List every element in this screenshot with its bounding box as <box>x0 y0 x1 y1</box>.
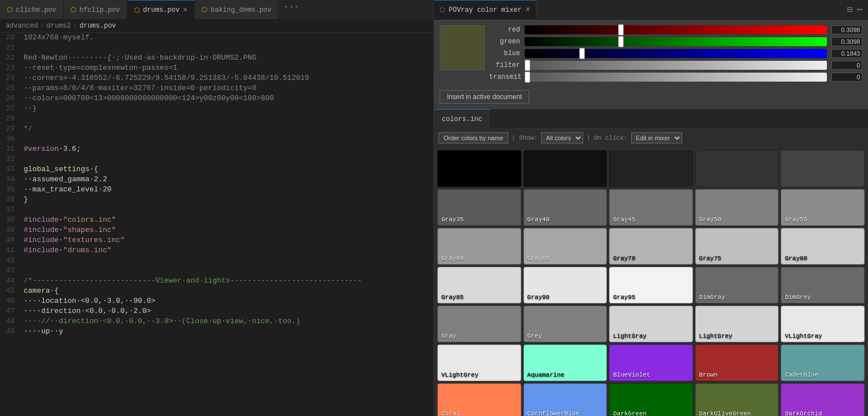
color-swatch[interactable]: Gray55 <box>781 189 865 226</box>
code-line: 35 ··max_trace_level·20 <box>0 185 433 195</box>
color-swatch[interactable]: VLightGrey <box>437 345 521 381</box>
green-slider-thumb[interactable] <box>618 36 624 47</box>
code-line: 49 ····up··y <box>0 326 433 337</box>
transmit-slider-row: transmit <box>489 73 862 82</box>
color-swatch[interactable]: Gray60 <box>437 228 521 265</box>
color-swatch[interactable]: LightGrey <box>695 306 779 342</box>
blue-value-input[interactable] <box>831 49 862 58</box>
code-line: 33 global_settings·{ <box>0 164 433 175</box>
right-panel-close[interactable]: × <box>525 5 531 15</box>
file-icon-baking: ⬡ <box>202 6 207 14</box>
panel-more-icon[interactable]: ⋯ <box>857 4 862 15</box>
color-swatch[interactable]: Brown <box>695 345 779 381</box>
tabs-overflow-button[interactable]: ... <box>279 0 304 19</box>
color-swatch[interactable]: Gray70 <box>609 228 693 265</box>
code-line: 45 camera·{ <box>0 286 433 296</box>
file-icon-drums: ⬡ <box>134 6 140 15</box>
colors-tab-bar: colors.inc <box>434 109 868 129</box>
split-editor-icon[interactable]: ⊟ <box>847 4 853 15</box>
code-line: 31 #version·3.6; <box>0 144 433 154</box>
code-line: 37 <box>0 205 433 215</box>
colors-inc-tab[interactable]: colors.inc <box>434 109 491 129</box>
show-select[interactable]: All colors Named Custom <box>541 132 583 144</box>
transmit-slider-track[interactable] <box>525 73 827 82</box>
color-swatch[interactable]: Gray <box>437 306 521 342</box>
color-swatch[interactable] <box>781 150 865 187</box>
green-slider-track[interactable] <box>525 37 827 46</box>
color-swatch[interactable]: CornflowerBlue <box>524 383 607 416</box>
onclick-select[interactable]: Edit in mixer Insert Copy name <box>631 132 682 144</box>
transmit-value-input[interactable] <box>831 73 862 82</box>
code-line: 20 1024x768·myself. <box>0 33 433 43</box>
tab-baking[interactable]: ⬡ baking_demo.pov <box>195 0 279 19</box>
color-swatch[interactable]: Coral <box>437 383 521 416</box>
code-line: 38 #include·"colors.inc" <box>0 215 433 225</box>
file-icon: ⬡ <box>7 6 12 14</box>
code-line: 32 <box>0 154 433 164</box>
color-swatch[interactable]: LightGray <box>609 306 693 342</box>
blue-slider-track[interactable] <box>525 49 827 58</box>
color-swatch[interactable] <box>437 150 521 187</box>
filter-slider-track[interactable] <box>525 61 827 70</box>
color-swatch[interactable]: DarkOliveGreen <box>695 383 779 416</box>
color-swatch[interactable]: Gray75 <box>695 228 779 265</box>
code-editor[interactable]: 20 1024x768·myself. 21 22 Red·Newton····… <box>0 33 433 416</box>
tab-drums[interactable]: ⬡ drums.pov × <box>127 0 195 19</box>
green-label: green <box>489 38 520 46</box>
color-swatch[interactable]: DimGray <box>695 267 779 303</box>
povray-icon: ⬡ <box>440 6 445 14</box>
code-line: 24 ··corners=-4.316552/-6.725229/9.54158… <box>0 73 433 83</box>
color-preview <box>440 25 485 70</box>
color-swatch[interactable]: DarkOrchid <box>781 383 865 416</box>
blue-slider-thumb[interactable] <box>579 48 585 59</box>
color-swatch[interactable]: Gray80 <box>781 228 865 265</box>
red-label: red <box>489 26 520 34</box>
code-line: 46 ····location·<0.0,·3.0,·-90.0> <box>0 296 433 306</box>
color-swatch[interactable]: Gray65 <box>524 228 607 265</box>
filter-value-input[interactable] <box>831 61 862 70</box>
transmit-slider-thumb[interactable] <box>525 71 530 83</box>
color-swatch[interactable]: Gray85 <box>437 267 521 303</box>
color-swatch[interactable]: Aquamarine <box>524 345 607 381</box>
code-line: 26 ··colors=000700<13>0000000000000000<1… <box>0 93 433 104</box>
color-swatch[interactable]: BlueViolet <box>609 345 693 381</box>
code-line: 44 /*----------------------------Viewer·… <box>0 276 433 286</box>
tab-hfclip[interactable]: ⬡ hfclip.pov <box>64 0 127 19</box>
tab-cliche[interactable]: ⬡ cliche.pov <box>0 0 64 19</box>
color-swatch[interactable]: Gray45 <box>609 189 693 226</box>
color-mixer: red green <box>434 20 868 109</box>
color-swatch[interactable]: Gray40 <box>524 189 607 226</box>
breadcrumb-advanced[interactable]: advanced <box>6 22 38 30</box>
tab-close-drums[interactable]: × <box>183 6 187 15</box>
breadcrumb-file[interactable]: drums.pov <box>79 22 116 30</box>
right-panel: red green <box>433 20 868 416</box>
red-slider-thumb[interactable] <box>618 24 624 35</box>
code-line: 25 ··params=8/0/4/8·maxiter=32767·inside… <box>0 83 433 93</box>
color-swatch[interactable]: VLightGray <box>781 306 865 342</box>
color-swatch[interactable]: Gray50 <box>695 189 779 226</box>
tab-label-cliche: cliche.pov <box>16 6 56 14</box>
color-swatch[interactable] <box>524 150 607 187</box>
color-swatch[interactable]: DarkGreen <box>609 383 693 416</box>
color-swatch[interactable]: Gray95 <box>609 267 693 303</box>
code-line: 47 ····direction·<0.0,·0.0,·2.0> <box>0 306 433 316</box>
color-swatch[interactable]: Gray35 <box>437 189 521 226</box>
insert-button[interactable]: Insert in active document <box>440 90 529 104</box>
red-value-input[interactable] <box>831 25 862 34</box>
color-swatch[interactable] <box>609 150 693 187</box>
color-swatch[interactable] <box>695 150 779 187</box>
code-line: 36 } <box>0 195 433 205</box>
breadcrumb-drums2[interactable]: drums2 <box>47 22 71 30</box>
order-colors-button[interactable]: Order colors by name <box>439 132 508 144</box>
color-swatch[interactable]: Grey <box>524 306 607 342</box>
green-value-input[interactable] <box>831 37 862 46</box>
code-line: 22 Red·Newton·········{·;·Used·as·backdr… <box>0 53 433 63</box>
filter-slider-thumb[interactable] <box>525 60 530 71</box>
red-slider-track[interactable] <box>525 25 827 34</box>
color-swatch[interactable]: CadetBlue <box>781 345 865 381</box>
color-swatch[interactable]: DimGrey <box>781 267 865 303</box>
code-line: 23 ··reset·type=complexnewton·passes=1 <box>0 63 433 73</box>
code-line: 34 ··assumed_gamma·2.2 <box>0 175 433 185</box>
transmit-label: transmit <box>489 73 520 81</box>
color-swatch[interactable]: Gray90 <box>524 267 607 303</box>
